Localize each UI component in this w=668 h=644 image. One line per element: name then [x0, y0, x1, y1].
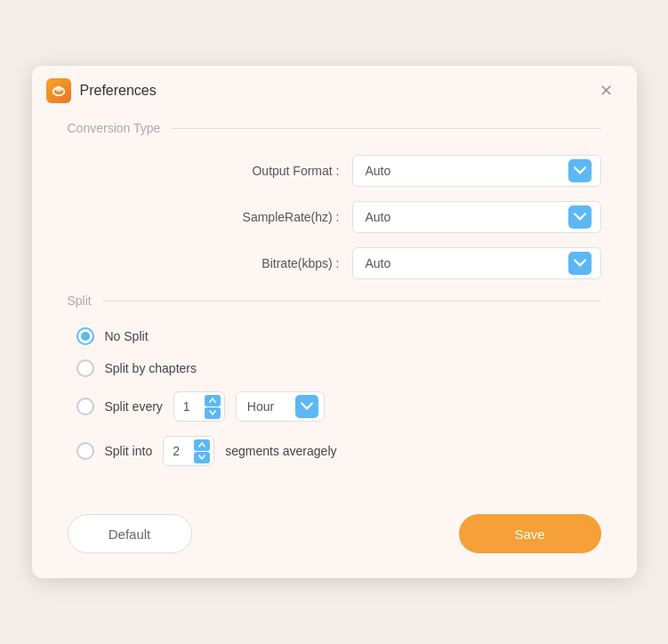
svg-point-2	[57, 86, 60, 90]
output-format-value: Auto	[366, 164, 391, 178]
radio-selected-indicator	[81, 332, 90, 341]
output-format-dropdown[interactable]: Auto	[352, 155, 601, 187]
sample-rate-label: SampleRate(hz) :	[243, 210, 340, 224]
window-title: Preferences	[80, 83, 157, 99]
chevron-down-icon	[295, 395, 318, 418]
split-header: Split	[68, 294, 601, 308]
split-every-radio[interactable]	[76, 398, 94, 415]
titlebar-left: Preferences	[46, 78, 157, 103]
bitrate-dropdown[interactable]: Auto	[352, 247, 601, 279]
output-format-label: Output Format :	[252, 164, 339, 178]
split-into-spinner: 2	[163, 436, 214, 466]
split-into-value: 2	[173, 444, 180, 458]
split-chapters-radio[interactable]	[76, 359, 94, 377]
footer: Default Save	[32, 493, 637, 578]
sample-rate-row: SampleRate(hz) : Auto	[68, 201, 601, 233]
section-divider	[171, 128, 600, 129]
conversion-type-header: Conversion Type	[68, 121, 601, 135]
split-into-label: Split into	[105, 444, 153, 458]
sample-rate-dropdown[interactable]: Auto	[352, 201, 601, 233]
split-every-value: 1	[183, 399, 190, 414]
output-format-row: Output Format : Auto	[68, 155, 601, 187]
close-button[interactable]: ✕	[594, 78, 619, 103]
bitrate-row: Bitrate(kbps) : Auto	[68, 247, 601, 279]
split-into-spinner-down[interactable]	[194, 452, 210, 463]
split-radio-group: No Split Split by chapters Split every 1	[68, 327, 601, 466]
spinner-down-button[interactable]	[205, 407, 221, 419]
chevron-down-icon	[568, 252, 592, 275]
section-divider-2	[102, 301, 601, 302]
split-into-suffix: segments averagely	[225, 444, 336, 458]
spinner-arrows	[205, 395, 221, 419]
split-every-row: Split every 1 Hour	[76, 391, 601, 422]
split-into-spinner-up[interactable]	[194, 439, 210, 451]
no-split-label: No Split	[105, 329, 149, 343]
preferences-window: Preferences ✕ Conversion Type Output For…	[32, 66, 637, 578]
chevron-down-icon	[568, 205, 592, 229]
split-into-radio[interactable]	[76, 442, 94, 460]
split-into-row: Split into 2 segments averagely	[76, 436, 601, 466]
split-unit-dropdown[interactable]: Hour	[236, 391, 325, 422]
main-content: Conversion Type Output Format : Auto Sam…	[32, 112, 637, 493]
split-every-label: Split every	[105, 399, 163, 414]
conversion-type-label: Conversion Type	[68, 121, 161, 135]
split-unit-value: Hour	[247, 399, 274, 414]
split-every-spinner: 1	[173, 391, 225, 422]
titlebar: Preferences ✕	[32, 66, 637, 112]
split-label: Split	[68, 294, 92, 308]
app-icon	[46, 78, 71, 103]
split-chapters-label: Split by chapters	[105, 361, 197, 375]
no-split-radio[interactable]	[76, 327, 94, 345]
no-split-row: No Split	[76, 327, 601, 345]
split-section: Split No Split Split by chapters	[68, 294, 601, 466]
sample-rate-value: Auto	[366, 210, 391, 224]
split-chapters-row: Split by chapters	[76, 359, 601, 377]
bitrate-value: Auto	[366, 256, 391, 270]
spinner-up-button[interactable]	[205, 395, 221, 407]
chevron-down-icon	[568, 159, 592, 182]
default-button[interactable]: Default	[68, 514, 192, 553]
bitrate-label: Bitrate(kbps) :	[262, 256, 339, 270]
save-button[interactable]: Save	[459, 514, 601, 553]
spinner-arrows-2	[194, 439, 210, 463]
